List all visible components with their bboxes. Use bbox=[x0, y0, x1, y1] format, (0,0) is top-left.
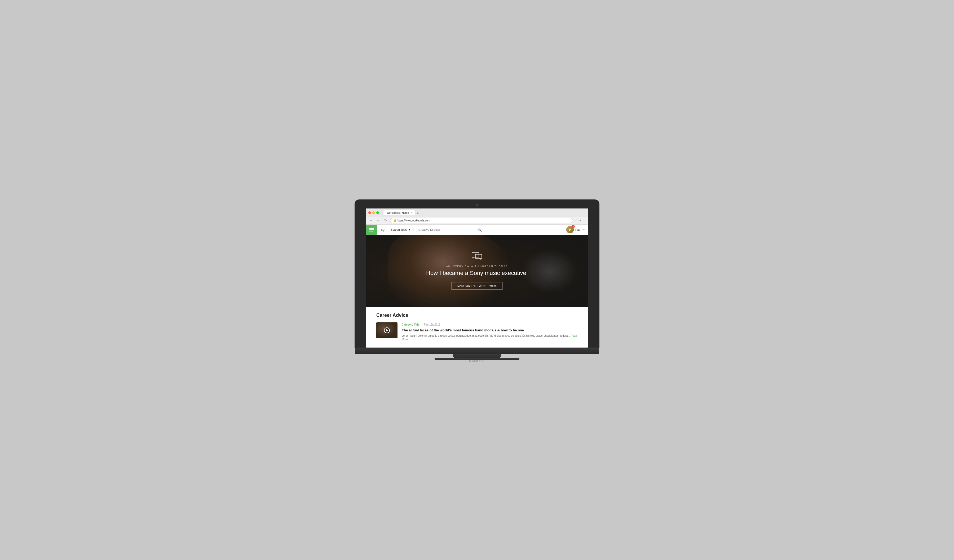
hamburger-line-1 bbox=[369, 227, 374, 227]
account-button[interactable]: ● bbox=[579, 219, 581, 222]
search-area: | Toronto, ON 🔍 bbox=[414, 227, 563, 232]
macbook-base: MacBook bbox=[435, 358, 519, 360]
logo-text: w bbox=[380, 227, 385, 233]
hamburger-line-2 bbox=[369, 228, 374, 229]
browser-titlebar: Workopolis | Home × + bbox=[366, 208, 588, 217]
article-thumbnail bbox=[376, 322, 398, 338]
career-advice-section: Career Advice Category Title - Feb 16tt bbox=[366, 307, 588, 347]
hero-title: How I became a Sony music executive. bbox=[426, 270, 528, 277]
new-tab-button[interactable]: + bbox=[416, 211, 420, 215]
url-text: https://www.workopolis.com bbox=[398, 219, 430, 222]
more-menu-button[interactable]: ⋮ bbox=[583, 219, 586, 222]
avatar: P 3 bbox=[566, 226, 574, 233]
article-category[interactable]: Category Title bbox=[402, 323, 419, 326]
browser-tab-active[interactable]: Workopolis | Home × bbox=[383, 210, 416, 215]
browser-chrome: Workopolis | Home × + ← → ↻ 🔒 https://ww… bbox=[366, 208, 588, 225]
menu-label: menu bbox=[369, 231, 374, 233]
tab-bar: Workopolis | Home × + bbox=[383, 210, 586, 215]
camera bbox=[476, 204, 478, 206]
ssl-lock-icon: 🔒 bbox=[394, 219, 396, 222]
location-search-input[interactable]: Toronto, ON bbox=[454, 228, 475, 231]
website-content: menu w Search Jobs ▼ | Toronto, ON bbox=[366, 225, 588, 347]
hero-content: AN INTERVIEW WITH JORDAN THOMAS How I be… bbox=[421, 247, 533, 296]
back-button[interactable]: ← bbox=[368, 218, 374, 223]
browser-actions: ☆ ● ⋮ bbox=[575, 219, 586, 222]
hero-section: AN INTERVIEW WITH JORDAN THOMAS How I be… bbox=[366, 235, 588, 307]
search-jobs-dropdown[interactable]: Search Jobs ▼ bbox=[388, 228, 414, 231]
chat-icon bbox=[426, 252, 528, 262]
maximize-window-button[interactable] bbox=[376, 212, 379, 214]
hero-interview-label: AN INTERVIEW WITH JORDAN THOMAS bbox=[426, 265, 528, 268]
svg-rect-1 bbox=[475, 254, 482, 258]
close-window-button[interactable] bbox=[368, 212, 371, 214]
user-name-label: Paul bbox=[575, 228, 581, 231]
tab-title: Workopolis | Home bbox=[387, 212, 409, 214]
notification-badge: 3 bbox=[572, 225, 575, 228]
search-submit-button[interactable]: 🔍 bbox=[475, 227, 483, 232]
site-logo[interactable]: w bbox=[377, 227, 388, 233]
traffic-lights bbox=[368, 212, 379, 214]
play-icon bbox=[386, 329, 388, 332]
play-button[interactable] bbox=[384, 327, 390, 333]
user-dropdown-caret-icon: ▼ bbox=[583, 228, 585, 231]
macbook-device: Workopolis | Home × + ← → ↻ 🔒 https://ww… bbox=[355, 200, 599, 360]
site-nav: menu w Search Jobs ▼ | Toronto, ON bbox=[366, 225, 588, 235]
hamburger-line-3 bbox=[369, 229, 374, 230]
search-icon: 🔍 bbox=[477, 227, 482, 232]
career-advice-title: Career Advice bbox=[376, 313, 578, 318]
article-meta: Category Title - Feb 16tt 2015 bbox=[402, 322, 578, 327]
user-menu[interactable]: P 3 Paul ▼ bbox=[563, 226, 588, 233]
tab-close-button[interactable]: × bbox=[410, 212, 412, 214]
forward-button[interactable]: → bbox=[376, 218, 381, 223]
refresh-button[interactable]: ↻ bbox=[383, 218, 388, 223]
macbook-hinge bbox=[355, 348, 599, 354]
article-excerpt: Lorem ipsum dolor sit amet, id utroque v… bbox=[402, 334, 578, 341]
search-jobs-label: Search Jobs bbox=[391, 228, 407, 231]
job-search-input[interactable] bbox=[416, 228, 454, 231]
hero-cta-button[interactable]: More "ON THE PATH" Profiles bbox=[452, 282, 502, 290]
article-body: Category Title - Feb 16tt 2015 The actua… bbox=[402, 322, 578, 341]
macbook-lid: Workopolis | Home × + ← → ↻ 🔒 https://ww… bbox=[355, 200, 599, 348]
minimize-window-button[interactable] bbox=[372, 212, 375, 214]
article-date: Feb 16tt 2015 bbox=[424, 323, 440, 326]
browser-addressbar: ← → ↻ 🔒 https://www.workopolis.com ☆ ● ⋮ bbox=[366, 217, 588, 224]
screen: Workopolis | Home × + ← → ↻ 🔒 https://ww… bbox=[366, 208, 588, 348]
article-meta-separator: - bbox=[421, 322, 422, 327]
excerpt-text: Lorem ipsum dolor sit amet, id utroque v… bbox=[402, 334, 570, 337]
bookmark-button[interactable]: ☆ bbox=[575, 219, 578, 222]
article-title[interactable]: The actual faces of the world's most fam… bbox=[402, 328, 578, 333]
macbook-stand bbox=[453, 354, 501, 358]
address-bar[interactable]: 🔒 https://www.workopolis.com bbox=[390, 218, 573, 223]
macbook-brand-label: MacBook bbox=[435, 358, 519, 364]
article-card: Category Title - Feb 16tt 2015 The actua… bbox=[376, 322, 578, 341]
search-jobs-caret-icon: ▼ bbox=[408, 228, 411, 231]
hamburger-menu-button[interactable]: menu bbox=[366, 225, 377, 235]
